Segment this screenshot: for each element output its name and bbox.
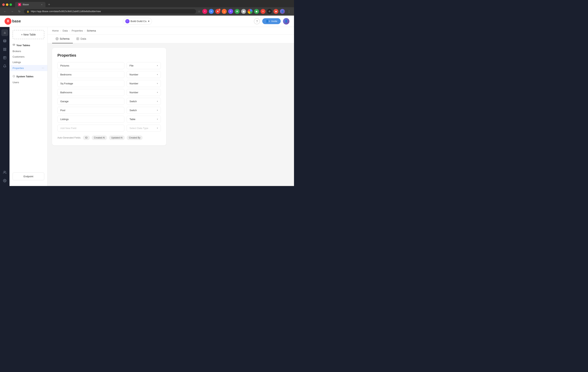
- main-content: Properties Pictures File ▾ Number: [48, 43, 294, 186]
- ext-icon-4[interactable]: 🔥: [222, 9, 227, 14]
- breadcrumb-home[interactable]: Home: [52, 29, 59, 32]
- ext-icon-2[interactable]: G: [209, 9, 214, 14]
- workspace-icon: 🛡: [125, 19, 129, 23]
- browser-menu-button[interactable]: ⋮: [286, 9, 292, 14]
- field-name-sqfootage[interactable]: [57, 80, 124, 87]
- workspace-selector[interactable]: 🛡 Build Guild Co. ▾: [123, 18, 152, 25]
- bookmark-icon[interactable]: ☆: [198, 10, 200, 13]
- breadcrumb-properties[interactable]: Properties: [72, 29, 83, 32]
- ext-icon-11[interactable]: ⬡: [267, 9, 272, 14]
- ext-icon-3[interactable]: 2 ⊞: [215, 9, 220, 14]
- sidebar-icon-home[interactable]: ⌂: [1, 29, 8, 36]
- tab-close-button[interactable]: ×: [41, 3, 42, 6]
- svg-rect-4: [5, 50, 6, 51]
- add-field-row: Select Data Type ▾: [57, 125, 161, 132]
- field-type-pool[interactable]: Switch ▾: [127, 107, 161, 114]
- chevron-down-icon: ▾: [157, 82, 158, 85]
- svg-rect-1: [3, 48, 4, 49]
- sidebar-item-customers[interactable]: Customers: [10, 54, 47, 60]
- tab-schema-label: Schema: [60, 37, 69, 40]
- ext-icon-10[interactable]: S: [261, 9, 265, 14]
- field-type-pool-label: Switch: [129, 109, 137, 112]
- field-type-garage[interactable]: Switch ▾: [127, 98, 161, 105]
- schema-title: Properties: [57, 53, 161, 58]
- sidebar-item-brokers[interactable]: Brokers: [10, 49, 47, 54]
- url-bar[interactable]: 🔒 https://app.8base.com/data/5c8815c9b91…: [24, 9, 196, 14]
- field-type-sqfootage[interactable]: Number ▾: [127, 80, 161, 87]
- ext-icon-9[interactable]: ◉: [254, 9, 259, 14]
- svg-point-0: [3, 40, 6, 41]
- ext-icon-1[interactable]: T: [202, 9, 207, 14]
- endpoint-button[interactable]: Endpoint: [12, 172, 44, 180]
- chevron-down-icon: ▾: [157, 127, 158, 129]
- field-type-bedrooms[interactable]: Number ▾: [127, 71, 161, 78]
- sidebar-item-users[interactable]: Users: [10, 80, 47, 85]
- field-type-bedrooms-label: Number: [129, 73, 138, 76]
- field-name-pictures[interactable]: Pictures: [57, 62, 124, 69]
- help-button[interactable]: ?: [254, 18, 260, 24]
- chevron-down-icon: ▾: [157, 91, 158, 94]
- sidebar-item-properties[interactable]: Properties ···: [10, 65, 47, 71]
- browser-tab[interactable]: 8 8base ×: [15, 2, 45, 7]
- add-field-input[interactable]: [57, 125, 124, 132]
- your-tables-label: Your Tables: [16, 44, 30, 47]
- sidebar-icon-team[interactable]: [1, 169, 8, 176]
- field-type-pictures-label: File: [129, 64, 134, 67]
- field-name-garage[interactable]: [57, 98, 124, 105]
- maximize-window-button[interactable]: [10, 3, 12, 6]
- invite-button[interactable]: 👤+ Invite: [262, 18, 281, 24]
- icon-sidebar: ⌂: [0, 27, 10, 186]
- sidebar-item-menu-icon[interactable]: ···: [42, 66, 44, 70]
- user-avatar[interactable]: 👤: [283, 18, 289, 24]
- invite-icon: 👤+: [266, 20, 270, 23]
- svg-point-10: [13, 44, 15, 45]
- ext-icon-8[interactable]: [248, 9, 252, 14]
- field-type-bathrooms[interactable]: Number ▾: [127, 89, 161, 96]
- field-name-pool[interactable]: [57, 107, 124, 114]
- breadcrumb-data[interactable]: Data: [63, 29, 68, 32]
- field-name-bathrooms[interactable]: [57, 89, 124, 96]
- field-name-bedrooms[interactable]: [57, 71, 124, 78]
- new-table-button[interactable]: + New Table: [12, 30, 44, 39]
- svg-rect-3: [3, 50, 4, 51]
- auto-generated-fields: Auto-Generated Fields: ID Created At Upd…: [57, 135, 161, 140]
- field-type-pictures[interactable]: File ▾: [127, 62, 161, 69]
- field-type-listings[interactable]: Table ▾: [127, 116, 161, 123]
- field-row-bathrooms: Number ▾: [57, 89, 161, 96]
- forward-button[interactable]: →: [10, 9, 15, 14]
- sidebar-icon-schema[interactable]: [1, 46, 8, 53]
- sidebar-icon-layers[interactable]: [1, 54, 8, 61]
- ext-icon-5[interactable]: P: [228, 9, 233, 14]
- sidebar-bottom: Endpoint: [10, 170, 47, 183]
- sidebar-icon-bell[interactable]: [1, 63, 8, 70]
- tab-title-label: 8base: [23, 3, 29, 6]
- field-row-bedrooms: Number ▾: [57, 71, 161, 78]
- ext-icon-6[interactable]: M: [235, 9, 240, 14]
- minimize-window-button[interactable]: [6, 3, 8, 6]
- app-logo: 8 base: [5, 18, 21, 25]
- tab-data-label: Data: [80, 37, 86, 40]
- ext-icon-7[interactable]: ▦: [241, 9, 246, 14]
- sidebar-icon-database[interactable]: [1, 38, 8, 44]
- logo-text: base: [12, 19, 21, 23]
- tab-schema[interactable]: Schema: [52, 35, 73, 43]
- back-button[interactable]: ←: [2, 9, 8, 14]
- ext-icon-12[interactable]: ◈: [273, 9, 278, 14]
- field-type-garage-label: Switch: [129, 100, 137, 103]
- tab-data[interactable]: Data: [73, 35, 90, 43]
- sidebar-item-listings[interactable]: Listings: [10, 60, 47, 65]
- schema-card: Properties Pictures File ▾ Number: [52, 48, 166, 145]
- select-data-type[interactable]: Select Data Type ▾: [127, 125, 161, 132]
- breadcrumb-sep-2: ›: [69, 29, 70, 32]
- auto-fields-label: Auto-Generated Fields:: [57, 136, 81, 139]
- workspace-button[interactable]: 🛡 Build Guild Co. ▾: [123, 18, 152, 25]
- new-tab-button[interactable]: +: [48, 3, 50, 7]
- lock-icon: 🔒: [27, 10, 29, 13]
- refresh-button[interactable]: ↻: [17, 9, 22, 14]
- field-name-listings[interactable]: [57, 116, 124, 123]
- workspace-label: Build Guild Co.: [131, 20, 147, 23]
- close-window-button[interactable]: [2, 3, 5, 6]
- user-avatar-browser[interactable]: 👤: [280, 9, 285, 14]
- field-row-listings: Table ▾: [57, 116, 161, 123]
- sidebar-icon-settings[interactable]: [1, 177, 8, 184]
